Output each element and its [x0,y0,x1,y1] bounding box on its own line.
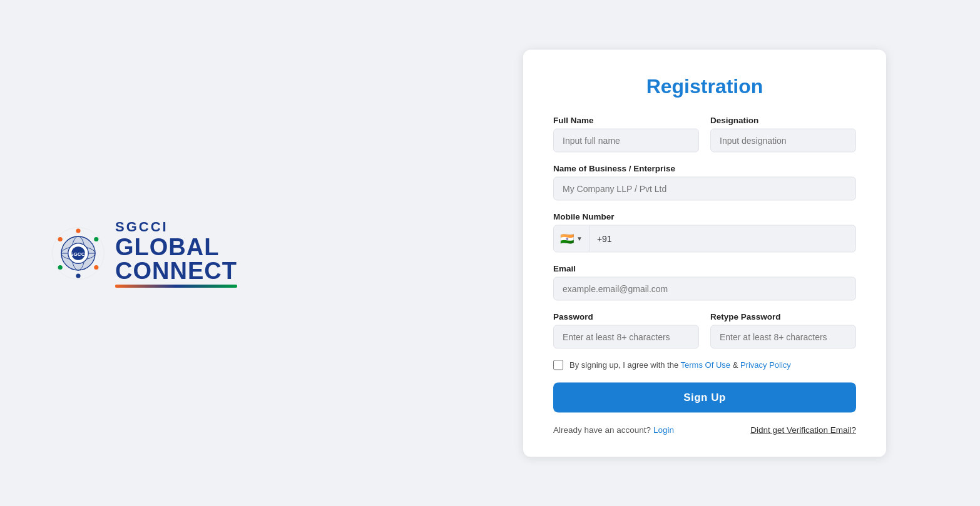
name-designation-row: Full Name Designation [553,115,856,152]
svg-point-12 [76,273,80,278]
dropdown-arrow-icon: ▼ [576,235,583,242]
svg-point-9 [76,228,80,233]
india-flag-icon: 🇮🇳 [560,231,574,245]
full-name-group: Full Name [553,115,699,152]
password-input[interactable] [553,325,699,348]
password-label: Password [553,311,699,321]
svg-point-10 [94,236,98,241]
full-name-input[interactable] [553,128,699,152]
logo-sgcci-text: SGCCI [115,219,237,235]
svg-point-13 [58,265,63,269]
terms-checkbox[interactable] [553,360,563,370]
terms-of-use-link[interactable]: Terms Of Use [681,360,730,370]
designation-label: Designation [710,115,856,124]
logo-connect-text: CONNECT [115,259,237,283]
login-link[interactable]: Login [653,425,674,434]
email-input[interactable] [553,276,856,300]
already-account-text: Already have an account? Login [553,425,674,434]
mobile-group: Mobile Number 🇮🇳 ▼ [553,211,856,252]
password-row: Password Retype Password [553,311,856,348]
designation-group: Designation [710,115,856,152]
password-group: Password [553,311,699,348]
full-name-label: Full Name [553,115,699,124]
mobile-label: Mobile Number [553,211,856,221]
retype-password-group: Retype Password [710,311,856,348]
form-title: Registration [553,74,856,98]
privacy-policy-link[interactable]: Privacy Policy [740,360,791,370]
phone-input-wrapper: 🇮🇳 ▼ [553,225,856,252]
svg-text:SGCCI: SGCCI [70,251,86,256]
logo-area: SGCCI SGCCI GLOBAL CONNECT [50,219,237,288]
logo-global-text: GLOBAL [115,235,237,259]
terms-row: By signing up, I agree with the Terms Of… [553,360,856,370]
business-name-group: Name of Business / Enterprise [553,163,856,200]
retype-password-input[interactable] [710,325,856,348]
logo-underline [115,285,237,288]
email-label: Email [553,263,856,273]
country-selector[interactable]: 🇮🇳 ▼ [554,225,590,251]
signup-button[interactable]: Sign Up [553,382,856,412]
phone-number-input[interactable] [590,227,855,250]
business-name-row: Name of Business / Enterprise [553,163,856,200]
retype-password-label: Retype Password [710,311,856,321]
registration-card: Registration Full Name Designation Name … [523,49,886,457]
designation-input[interactable] [710,128,856,152]
business-name-label: Name of Business / Enterprise [553,163,856,173]
svg-point-14 [58,236,63,241]
logo-text-group: SGCCI GLOBAL CONNECT [115,219,237,288]
email-group: Email [553,263,856,300]
bottom-links: Already have an account? Login Didnt get… [553,425,856,434]
mobile-row: Mobile Number 🇮🇳 ▼ [553,211,856,252]
svg-point-11 [94,265,98,269]
verification-email-link[interactable]: Didnt get Verification Email? [750,425,856,434]
page-wrapper: SGCCI SGCCI GLOBAL CONNECT Registration … [0,0,980,506]
sgcci-globe-icon: SGCCI [50,225,106,281]
terms-text: By signing up, I agree with the Terms Of… [569,360,791,370]
email-row: Email [553,263,856,300]
business-name-input[interactable] [553,176,856,200]
